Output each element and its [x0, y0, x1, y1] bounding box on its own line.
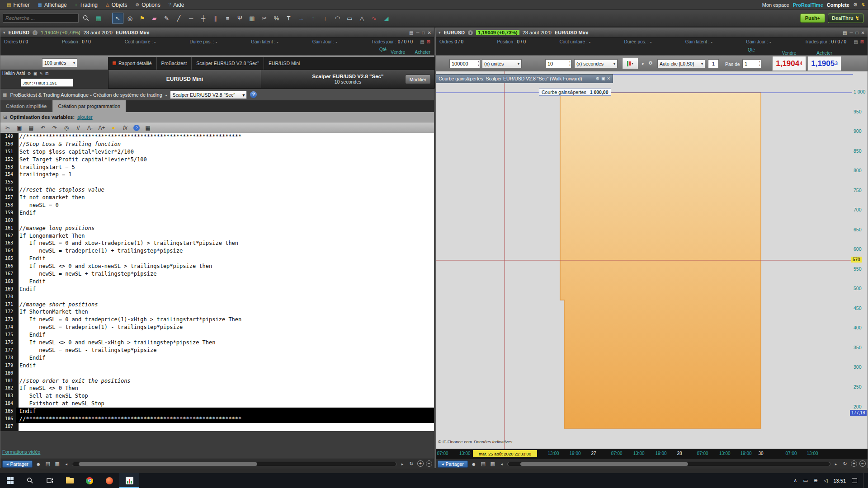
- price-axis[interactable]: 1 00095090085080075070065060055050045040…: [852, 89, 868, 409]
- close-button[interactable]: ✕: [861, 30, 865, 35]
- pencil-icon[interactable]: ✎: [39, 71, 43, 76]
- zigzag-tool[interactable]: ∿: [368, 13, 380, 23]
- tab-creation-simplifiee[interactable]: Création simplifiée: [0, 100, 52, 112]
- cancel-icon[interactable]: ⊠: [427, 39, 430, 44]
- help-icon[interactable]: ?: [250, 91, 257, 98]
- chevron-down-icon[interactable]: ▾: [439, 30, 441, 35]
- code-line[interactable]: 170: [0, 293, 434, 301]
- close-button[interactable]: ✕: [428, 30, 431, 35]
- window-titlebar[interactable]: ▾ EURUSD i 1,19049 (+0,73%) 28 août 2020…: [0, 28, 434, 38]
- prorealtime-icon[interactable]: [119, 473, 139, 488]
- zoom-in-button[interactable]: +: [851, 460, 857, 467]
- font-increase-icon[interactable]: A+: [98, 124, 105, 131]
- menu-trading[interactable]: ↕ Trading: [71, 0, 102, 9]
- alert-tool[interactable]: ⚑: [137, 13, 148, 23]
- chevron-down-icon[interactable]: ▾: [3, 30, 5, 35]
- code-line[interactable]: 156 //reset the stoploss value: [0, 186, 434, 194]
- modify-button[interactable]: Modifier: [405, 75, 431, 84]
- code-line[interactable]: 179 Endif: [0, 362, 434, 370]
- code-line[interactable]: 178 Endif: [0, 354, 434, 362]
- pane-settings-icon[interactable]: ⚙: [596, 76, 599, 81]
- grid-icon[interactable]: ⊞: [45, 71, 49, 76]
- minimize-button[interactable]: ─: [416, 30, 419, 35]
- code-line[interactable]: 149 //**********************************…: [0, 133, 434, 141]
- show-desktop-button[interactable]: [863, 473, 865, 488]
- arrow-up-tool[interactable]: ↑: [307, 13, 319, 23]
- menu-objets[interactable]: △ Objets: [102, 0, 131, 9]
- start-button[interactable]: [0, 473, 20, 488]
- expand-icon[interactable]: ▸: [642, 61, 644, 66]
- tab-creation-par-programmation[interactable]: Création par programmation: [52, 100, 126, 112]
- horizontal-scrollbar[interactable]: [507, 462, 830, 466]
- info-icon[interactable]: i: [468, 30, 473, 35]
- code-line[interactable]: 168 Endif: [0, 278, 434, 286]
- code-line[interactable]: 161 //manage long positions: [0, 225, 434, 232]
- device-icon[interactable]: ▭: [803, 478, 807, 483]
- sell-price-button[interactable]: 1,19044: [772, 56, 806, 71]
- browser-icon[interactable]: [99, 473, 119, 488]
- code-line[interactable]: 182 If newSL <> 0 Then: [0, 385, 434, 392]
- quantity-unit-select[interactable]: (x) unités▾: [482, 59, 522, 68]
- dealthru-button[interactable]: DealThru ↯: [828, 14, 863, 23]
- window-titlebar[interactable]: ▾ EURUSD i 1,19049 (+0,73%) 28 août 2020…: [436, 28, 868, 38]
- search-icon[interactable]: ◎: [63, 124, 70, 131]
- code-line[interactable]: 175 Endif: [0, 331, 434, 339]
- code-line[interactable]: 172 If ShortonMarket then: [0, 308, 434, 316]
- search-button[interactable]: [20, 473, 40, 488]
- add-variable-link[interactable]: ajouter: [77, 114, 93, 120]
- trendline-tool[interactable]: ╱: [173, 13, 184, 23]
- pencil-tool[interactable]: ✎: [161, 13, 172, 23]
- zoom-out-button[interactable]: −: [859, 460, 866, 467]
- scroll-left-button[interactable]: ◂: [63, 462, 70, 466]
- orders-count-input[interactable]: 1: [708, 59, 719, 68]
- search-go-button[interactable]: [80, 13, 91, 23]
- info-icon[interactable]: i: [33, 30, 38, 35]
- code-line[interactable]: 177 newSL = newSL - trailingstep*pipsize: [0, 347, 434, 354]
- list-icon[interactable]: ▤: [854, 39, 858, 44]
- code-line[interactable]: 186 //**********************************…: [0, 415, 434, 423]
- eraser-tool[interactable]: ▰: [149, 13, 160, 23]
- panel-list-icon[interactable]: ▤: [409, 30, 413, 35]
- code-line[interactable]: 152 Set Target $Profit capital*levier*5/…: [0, 156, 434, 164]
- code-line[interactable]: 171 //manage short positions: [0, 301, 434, 309]
- watchlist-button[interactable]: ▦: [93, 13, 104, 23]
- tab-probacktest[interactable]: ProBacktest: [156, 57, 192, 70]
- scroll-left-button[interactable]: ◂: [499, 462, 505, 466]
- scrollbar-thumb[interactable]: [520, 462, 688, 466]
- panel-icon[interactable]: ▦: [3, 92, 7, 97]
- code-line[interactable]: 185 Endif: [0, 408, 434, 415]
- pane-close-icon[interactable]: ✕: [607, 76, 610, 81]
- code-line[interactable]: 169 Endif: [0, 286, 434, 293]
- maximize-button[interactable]: □: [856, 30, 859, 35]
- step-stepper[interactable]: 1▴▾: [742, 59, 761, 68]
- triangle-tool[interactable]: △: [356, 13, 368, 23]
- buy-price-button[interactable]: 1,19053: [807, 56, 841, 71]
- wrench-icon[interactable]: ⚙: [28, 71, 31, 76]
- arrow-right-tool[interactable]: →: [295, 13, 307, 23]
- copy-icon[interactable]: ▣: [16, 124, 23, 131]
- notes-icon[interactable]: ▤: [480, 460, 487, 468]
- percent-tool[interactable]: %: [271, 13, 282, 23]
- lasso-tool[interactable]: ◠: [332, 13, 343, 23]
- menu-fichier[interactable]: ▤ Fichier: [3, 0, 33, 9]
- search-input[interactable]: [3, 14, 79, 23]
- refresh-button[interactable]: ↻: [408, 460, 415, 468]
- code-line[interactable]: 166 If newSL <> 0 and xLow-newSL > trail…: [0, 263, 434, 270]
- autoclic-settings-icon[interactable]: ⚙: [648, 60, 652, 66]
- code-editor[interactable]: 149 //**********************************…: [0, 133, 434, 431]
- contact-icon[interactable]: ☻: [470, 460, 477, 468]
- video-training-link[interactable]: Formations vidéo: [2, 449, 40, 455]
- code-line[interactable]: 181 //stop order to exit the positions: [0, 377, 434, 385]
- cursor-tool[interactable]: ↖: [112, 13, 123, 23]
- function-icon[interactable]: fx: [122, 124, 129, 131]
- text-tool[interactable]: T: [283, 13, 294, 23]
- area-chart-tool[interactable]: ◢: [381, 13, 392, 23]
- help-icon[interactable]: ?: [133, 125, 140, 131]
- scroll-right-button[interactable]: ▸: [399, 462, 406, 466]
- code-line[interactable]: 167 newSL = newSL + trailingstep*pipsize: [0, 270, 434, 278]
- code-line[interactable]: 160: [0, 217, 434, 225]
- print-icon[interactable]: ▦: [144, 124, 151, 131]
- code-line[interactable]: 158 newSL = 0: [0, 202, 434, 209]
- rectangle-tool[interactable]: ▭: [344, 13, 355, 23]
- cut-icon[interactable]: ✂: [4, 124, 11, 131]
